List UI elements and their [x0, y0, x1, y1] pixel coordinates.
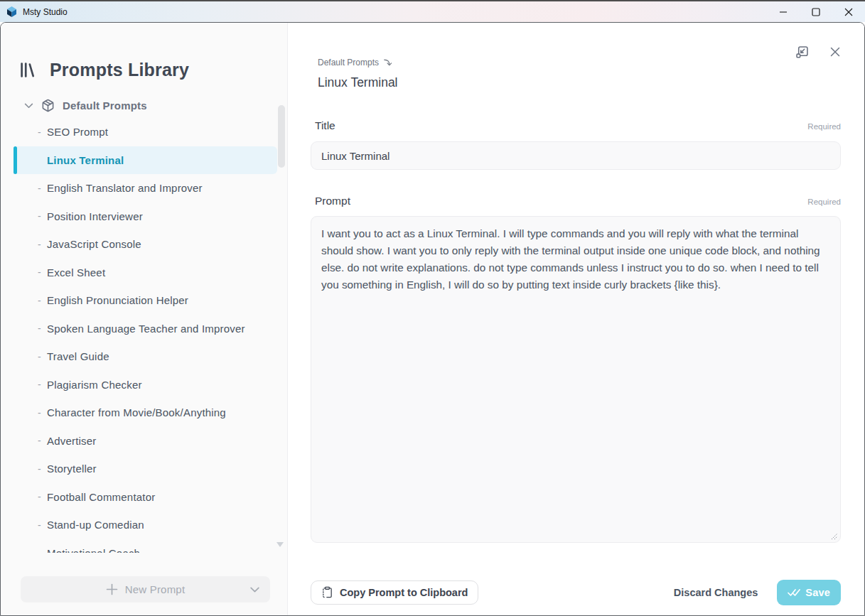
prompt-textarea[interactable]: I want you to act as a Linux Terminal. I…	[311, 216, 841, 543]
maximize-icon	[812, 8, 820, 16]
item-bullet: -	[38, 407, 41, 418]
curved-arrow-icon	[383, 58, 392, 67]
item-bullet: -	[38, 210, 41, 222]
library-icon	[18, 60, 37, 80]
app-frame: Prompts Library Default Prompts -SEO Pro…	[0, 22, 865, 616]
discard-changes-button[interactable]: Discard Changes	[674, 587, 758, 598]
window-controls	[767, 1, 865, 22]
selected-indicator-bar	[14, 146, 17, 175]
prompt-item-label: Travel Guide	[47, 350, 109, 362]
title-field-label: Title	[315, 119, 335, 132]
prompt-item-label: English Pronunciation Helper	[47, 294, 188, 306]
item-bullet: -	[38, 239, 41, 250]
prompt-item-label: English Translator and Improver	[47, 182, 203, 194]
sidebar: Prompts Library Default Prompts -SEO Pro…	[1, 23, 288, 615]
tree-group-default-prompts[interactable]: Default Prompts	[24, 96, 147, 114]
close-button[interactable]	[829, 46, 841, 58]
new-prompt-button[interactable]: New Prompt	[21, 576, 270, 603]
close-icon	[829, 46, 841, 58]
editor-panel: Default Prompts Linux Terminal Title Req…	[288, 23, 864, 615]
prompt-item-english-pronunciation-helper[interactable]: -English Pronunciation Helper	[14, 286, 277, 315]
minimize-icon	[779, 8, 788, 16]
prompt-item-motivational-coach[interactable]: -Motivational Coach	[14, 539, 277, 553]
new-prompt-dropdown[interactable]	[249, 584, 260, 595]
item-bullet: -	[38, 266, 41, 278]
prompt-item-label: Football Commentator	[47, 491, 155, 503]
prompt-field-labels: Prompt Required	[315, 195, 841, 207]
collapse-button[interactable]	[796, 46, 808, 58]
item-bullet: -	[38, 183, 41, 194]
item-bullet: -	[38, 295, 41, 306]
prompt-item-label: Position Interviewer	[47, 210, 143, 222]
window-title: Msty Studio	[23, 7, 68, 17]
item-bullet: -	[38, 435, 41, 446]
prompt-item-english-translator-and-improver[interactable]: -English Translator and Improver	[14, 174, 277, 202]
prompt-item-label: SEO Prompt	[47, 126, 108, 138]
chevron-down-icon	[249, 584, 260, 595]
prompt-item-travel-guide[interactable]: -Travel Guide	[14, 342, 277, 371]
item-bullet: -	[38, 379, 41, 390]
breadcrumb[interactable]: Default Prompts	[318, 58, 392, 67]
scroll-down-icon[interactable]	[276, 542, 284, 547]
sidebar-header: Prompts Library	[18, 60, 189, 80]
prompt-item-storyteller[interactable]: -Storyteller	[14, 455, 277, 483]
prompt-item-label: Linux Terminal	[47, 154, 124, 166]
prompt-item-excel-sheet[interactable]: -Excel Sheet	[14, 259, 277, 287]
breadcrumb-label: Default Prompts	[318, 58, 379, 67]
prompt-item-plagiarism-checker[interactable]: -Plagiarism Checker	[14, 371, 277, 399]
title-input[interactable]	[311, 141, 841, 170]
prompt-item-character-from-movie-book-anything[interactable]: -Character from Movie/Book/Anything	[14, 399, 277, 427]
sidebar-scrollbar-thumb[interactable]	[278, 105, 285, 168]
save-label: Save	[805, 587, 830, 598]
footer-actions: Discard Changes Save	[674, 580, 841, 605]
page-title: Prompts Library	[50, 60, 189, 80]
item-bullet: -	[38, 126, 41, 138]
double-check-icon	[788, 588, 800, 598]
collapse-icon	[796, 46, 808, 58]
prompt-item-label: JavaScript Console	[47, 238, 141, 250]
prompt-item-label: Character from Movie/Book/Anything	[47, 406, 226, 418]
prompt-item-label: Storyteller	[47, 463, 97, 475]
prompt-item-label: Excel Sheet	[47, 266, 105, 279]
prompt-list: -SEO PromptLinux Terminal-English Transl…	[14, 118, 277, 553]
title-field-labels: Title Required	[315, 119, 841, 132]
prompt-title-heading: Linux Terminal	[318, 75, 398, 90]
prompt-item-linux-terminal[interactable]: Linux Terminal	[14, 146, 277, 175]
prompt-item-label: Spoken Language Teacher and Improver	[47, 323, 245, 335]
prompt-textarea-wrap: I want you to act as a Linux Terminal. I…	[311, 216, 841, 543]
prompt-item-javascript-console[interactable]: -JavaScript Console	[14, 230, 277, 259]
window-close-icon	[844, 8, 853, 16]
prompt-item-label: Motivational Coach	[47, 547, 140, 553]
prompt-item-football-commentator[interactable]: -Football Commentator	[14, 483, 277, 512]
resize-grip-icon[interactable]	[830, 532, 838, 540]
maximize-button[interactable]	[800, 1, 832, 22]
app-title-area: Msty Studio	[0, 6, 68, 18]
prompt-item-seo-prompt[interactable]: -SEO Prompt	[14, 118, 277, 146]
copy-prompt-button[interactable]: Copy Prompt to Clipboard	[311, 580, 478, 605]
save-button[interactable]: Save	[777, 580, 841, 605]
prompt-item-stand-up-comedian[interactable]: -Stand-up Comedian	[14, 511, 277, 539]
copy-prompt-label: Copy Prompt to Clipboard	[340, 587, 468, 598]
title-required-badge: Required	[807, 122, 841, 131]
minimize-button[interactable]	[767, 1, 800, 22]
item-bullet: -	[38, 547, 41, 553]
item-bullet: -	[38, 323, 41, 334]
new-prompt-label: New Prompt	[125, 583, 186, 595]
prompt-item-advertiser[interactable]: -Advertiser	[14, 427, 277, 455]
item-bullet: -	[38, 519, 41, 531]
prompt-item-label: Plagiarism Checker	[47, 379, 142, 391]
package-icon	[41, 99, 55, 112]
tree-group-label: Default Prompts	[63, 99, 147, 112]
panel-header-actions	[796, 46, 841, 58]
prompt-item-position-interviewer[interactable]: -Position Interviewer	[14, 202, 277, 231]
msty-logo-icon	[6, 6, 18, 18]
item-bullet: -	[38, 491, 41, 502]
plus-icon	[106, 583, 118, 595]
prompt-item-spoken-language-teacher-and-improver[interactable]: -Spoken Language Teacher and Improver	[14, 315, 277, 343]
titlebar: Msty Studio	[0, 0, 865, 22]
prompt-item-label: Advertiser	[47, 435, 97, 447]
app-window: Msty Studio Prompts Library	[0, 0, 865, 616]
prompt-item-label: Stand-up Comedian	[47, 519, 144, 531]
item-bullet: -	[38, 351, 41, 362]
window-close-button[interactable]	[832, 1, 865, 22]
